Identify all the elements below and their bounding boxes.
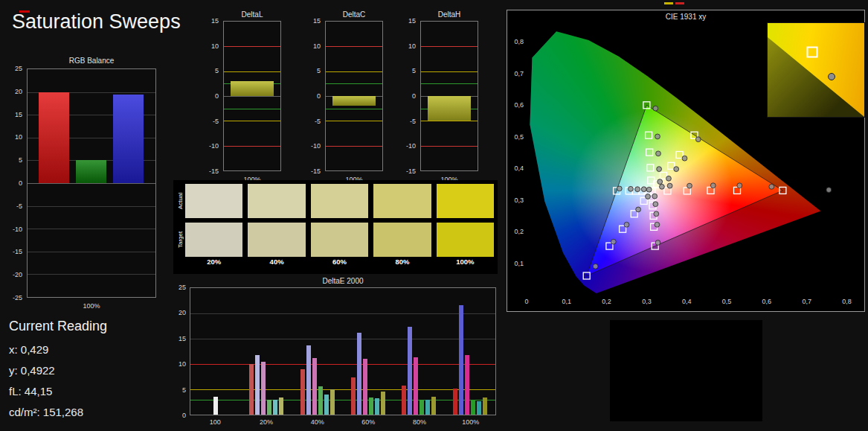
reference-line [421, 121, 478, 121]
y-tick-label: 10 [179, 360, 186, 368]
swatch-column-label: 100% [437, 258, 494, 266]
x-tick-label: 0 [524, 298, 528, 305]
bar [414, 357, 418, 415]
y-tick-label: 0,3 [514, 197, 524, 204]
y-tick-label: -25 [13, 294, 22, 301]
delta-h-chart: DeltaH 151050-5-10-15 100% [402, 10, 480, 183]
actual-swatch-cells [185, 184, 494, 218]
bar [213, 397, 218, 415]
bar [357, 333, 361, 415]
y-tick-label: 20 [179, 309, 186, 316]
measurement-circle [635, 187, 640, 192]
x-tick-label: 100% [462, 417, 479, 427]
delta-c-chart: DeltaC 151050-5-10-15 100% [307, 10, 385, 183]
target-row-label: Target [175, 223, 185, 257]
y-tick-label: 10 [211, 42, 219, 50]
swatch-column-label: 40% [248, 258, 305, 266]
bar-group-20% [241, 288, 292, 415]
bar-group-100 [190, 288, 241, 415]
measurement-circle [653, 106, 658, 111]
measurement-circle [655, 134, 660, 139]
x-tick-label: 60% [361, 417, 375, 427]
y-tick-label: -10 [406, 142, 416, 150]
bar-Green [76, 160, 106, 183]
x-tick-label: 0,8 [842, 298, 852, 305]
inset-measurement-circle [828, 73, 835, 80]
delta-l-plot [223, 21, 281, 171]
reference-line [326, 121, 382, 121]
bar [483, 398, 487, 415]
reference-line [326, 146, 382, 147]
y-tick-label: 0 [317, 92, 321, 100]
y-tick-label: 5 [317, 67, 321, 74]
x-tick-label: 0,2 [602, 298, 611, 305]
swatch-column-label: 60% [311, 258, 368, 266]
y-tick-label: 0 [19, 179, 22, 187]
reference-line [224, 146, 280, 147]
y-tick-label: 0,2 [514, 228, 524, 235]
bar [425, 400, 430, 415]
target-swatch [373, 223, 431, 257]
bar [465, 355, 469, 415]
delta-l-chart: DeltaL 151050-5-10-15 100% [205, 10, 283, 183]
bar-100% [332, 96, 376, 106]
measurement-circle [666, 176, 672, 181]
target-square [646, 132, 652, 138]
y-tick-label: 15 [15, 111, 22, 118]
measurement-circle [667, 183, 672, 188]
x-tick-label: 0,3 [642, 298, 652, 305]
y-tick-label: 0,5 [514, 133, 524, 141]
swatch-column-label: 80% [373, 258, 431, 266]
bar [431, 397, 436, 415]
delta-h-plot [420, 21, 478, 171]
y-tick-label: -15 [406, 167, 416, 175]
target-swatch [311, 223, 368, 257]
y-tick-label: 20 [15, 88, 22, 95]
delta-c-plot [325, 21, 383, 171]
measurement-circle [695, 137, 701, 142]
measurement-circle [737, 183, 742, 188]
x-tick-label: 0,5 [722, 298, 732, 305]
measurement-circle [653, 202, 658, 207]
grid-line [28, 206, 155, 207]
x-tick-label: 0,6 [762, 298, 772, 305]
y-tick-label: -15 [13, 248, 22, 255]
actual-swatch [311, 184, 368, 218]
reference-line [326, 71, 382, 72]
y-tick-label: -5 [16, 202, 22, 210]
bar [324, 395, 329, 415]
y-tick-label: 5 [19, 156, 22, 164]
y-tick-label: 0 [182, 412, 186, 419]
grid-line [28, 229, 155, 229]
bar-Red [39, 92, 69, 183]
y-tick-label: -5 [410, 118, 416, 125]
measurement-circle [655, 240, 660, 246]
target-square [647, 165, 654, 171]
deltae-2000-y-axis: 2520151050 [173, 287, 188, 415]
inset-target-square [806, 47, 817, 58]
x-tick-label: 20% [260, 417, 273, 427]
deltae-2000-x-axis: 10020%40%60%80%100% [190, 417, 496, 427]
actual-swatch [373, 184, 431, 218]
y-tick-label: 5 [182, 386, 186, 394]
cie-zoom-inset [767, 22, 865, 118]
measurement-circle [687, 183, 692, 188]
reference-line [421, 71, 478, 72]
deltae-2000-plot [190, 287, 496, 415]
measurement-circle [646, 194, 651, 199]
reading-y: y: 0,4922 [9, 360, 83, 381]
page-title: Saturation Sweeps [12, 10, 181, 33]
deltae-2000-chart: DeltaE 2000 2520151050 10020%40%60%80%10… [173, 277, 498, 429]
current-reading-title: Current Reading [9, 319, 107, 334]
y-tick-label: 0 [215, 92, 219, 100]
y-tick-label: -10 [209, 142, 219, 150]
deltae-2000-title: DeltaE 2000 [190, 277, 496, 285]
saturation-swatch-panel: Actual Target 20%40%60%80%100% [173, 180, 498, 274]
rgb-balance-plot [27, 68, 156, 298]
bar-group-80% [393, 288, 444, 415]
actual-row-label: Actual [175, 184, 185, 218]
reference-line [326, 83, 382, 84]
y-tick-label: 15 [179, 335, 186, 342]
cie-x-axis: 00,10,20,30,40,50,60,70,8 [527, 298, 863, 308]
y-tick-label: 0,8 [514, 38, 524, 45]
